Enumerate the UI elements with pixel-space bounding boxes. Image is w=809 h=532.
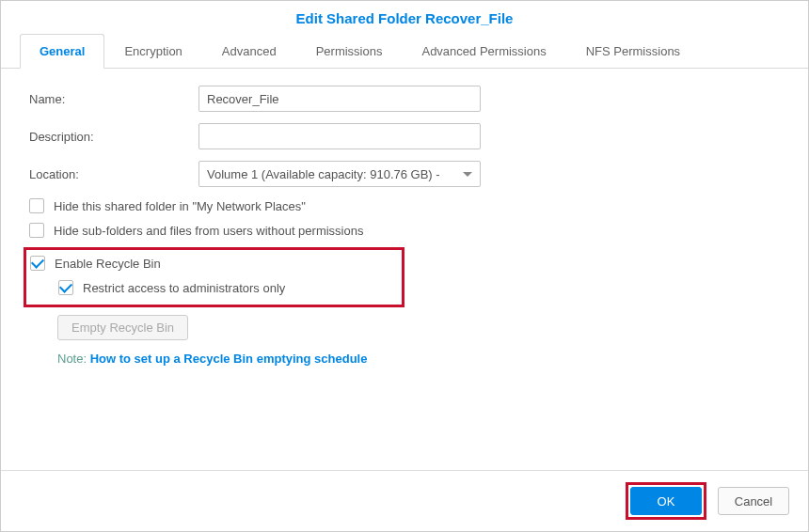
description-input[interactable] (198, 123, 481, 149)
description-row: Description: (29, 123, 780, 149)
restrict-admin-row[interactable]: Restrict access to administrators only (58, 280, 394, 295)
description-label: Description: (29, 130, 198, 144)
location-row: Location: Volume 1 (Available capacity: … (29, 161, 780, 187)
hide-subfolders-row[interactable]: Hide sub-folders and files from users wi… (29, 223, 780, 238)
note-row: Note: How to set up a Recycle Bin emptyi… (57, 352, 780, 366)
enable-recycle-row[interactable]: Enable Recycle Bin (30, 256, 394, 271)
location-label: Location: (29, 167, 198, 181)
hide-subfolders-checkbox[interactable] (29, 223, 44, 238)
hide-network-row[interactable]: Hide this shared folder in "My Network P… (29, 198, 780, 213)
note-link[interactable]: How to set up a Recycle Bin emptying sch… (90, 352, 368, 366)
tab-general[interactable]: General (20, 34, 104, 69)
tabs-bar: General Encryption Advanced Permissions … (1, 34, 808, 69)
enable-recycle-checkbox[interactable] (30, 256, 45, 271)
hide-network-label: Hide this shared folder in "My Network P… (54, 199, 306, 213)
edit-shared-folder-dialog: Edit Shared Folder Recover_File General … (0, 0, 809, 532)
note-prefix: Note: (57, 352, 90, 366)
tab-permissions[interactable]: Permissions (296, 34, 403, 69)
tab-advanced[interactable]: Advanced (202, 34, 296, 69)
chevron-down-icon (463, 172, 472, 177)
empty-recycle-button[interactable]: Empty Recycle Bin (57, 315, 188, 340)
ok-button[interactable]: OK (630, 487, 702, 515)
cancel-button[interactable]: Cancel (718, 487, 789, 515)
content-area: Name: Description: Location: Volume 1 (A… (1, 69, 808, 470)
restrict-admin-checkbox[interactable] (58, 280, 73, 295)
restrict-admin-label: Restrict access to administrators only (83, 281, 285, 295)
dialog-title: Edit Shared Folder Recover_File (1, 1, 808, 34)
location-select[interactable]: Volume 1 (Available capacity: 910.76 GB)… (198, 161, 481, 187)
name-input[interactable] (198, 86, 481, 112)
tab-nfs-permissions[interactable]: NFS Permissions (566, 34, 700, 69)
location-value: Volume 1 (Available capacity: 910.76 GB)… (207, 167, 440, 181)
tab-advanced-permissions[interactable]: Advanced Permissions (402, 34, 565, 69)
recycle-bin-highlight: Enable Recycle Bin Restrict access to ad… (24, 247, 404, 307)
enable-recycle-label: Enable Recycle Bin (55, 257, 161, 271)
ok-button-highlight: OK (626, 482, 706, 520)
hide-subfolders-label: Hide sub-folders and files from users wi… (54, 224, 363, 238)
tab-encryption[interactable]: Encryption (104, 34, 201, 69)
hide-network-checkbox[interactable] (29, 198, 44, 213)
dialog-footer: OK Cancel (1, 470, 808, 531)
name-row: Name: (29, 86, 780, 112)
name-label: Name: (29, 92, 198, 106)
